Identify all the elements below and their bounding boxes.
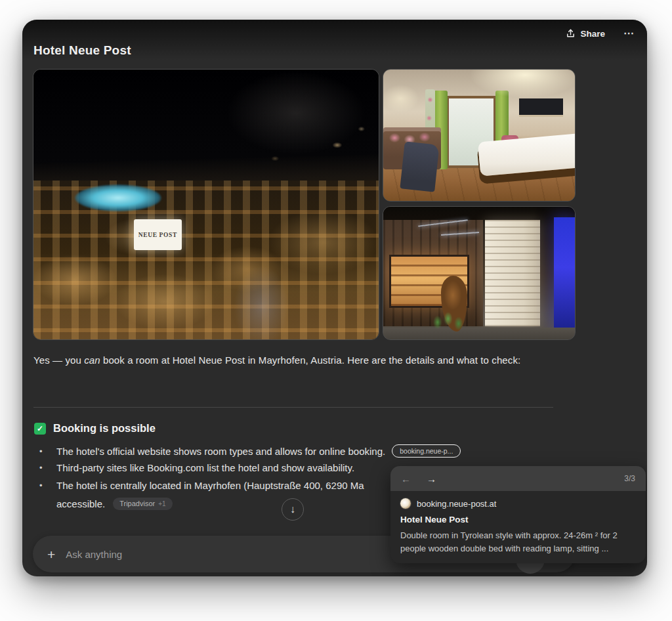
previous-source-icon[interactable]: ← (401, 474, 411, 484)
scroll-down-button[interactable]: ↓ (282, 498, 304, 521)
source-preview-popup: ← → 3/3 booking.neue-post.at Hotel Neue … (390, 466, 646, 563)
plus-icon[interactable]: + (47, 547, 55, 561)
intro-text: Yes — you (33, 354, 84, 366)
share-label: Share (580, 29, 605, 39)
popup-body: booking.neue-post.at Hotel Neue Post Dou… (390, 491, 646, 555)
chat-card: Share ⋯ Hotel Neue Post NEUE POST (22, 20, 647, 576)
booking-section-heading: ✓ Booking is possible (34, 422, 156, 435)
citation-badge-tripadvisor[interactable]: Tripadvisor+1 (113, 498, 172, 510)
hotel-spa-photo[interactable] (383, 206, 576, 340)
intro-emphasis: can (84, 354, 100, 366)
bullet-location-line2: accessible. Tripadvisor+1 (39, 498, 173, 510)
share-icon (566, 28, 576, 39)
source-description: Double room in Tyrolean style with appro… (400, 529, 631, 555)
bullet-dot: • (39, 446, 56, 456)
source-domain: booking.neue-post.at (417, 499, 496, 509)
intro-text: book a room at Hotel Neue Post in Mayrho… (100, 354, 521, 366)
hotel-room-photo[interactable] (383, 69, 576, 202)
plant-art (429, 310, 471, 334)
source-domain-row[interactable]: booking.neue-post.at (400, 498, 636, 509)
bullet-dot: • (39, 481, 56, 490)
arrow-down-icon: ↓ (290, 503, 295, 515)
bullet-text: The hotel is centrally located in Mayrho… (56, 480, 364, 491)
badge-label: Tripadvisor (119, 500, 155, 508)
source-counter: 3/3 (624, 474, 635, 483)
bullet-text: accessible. (56, 498, 105, 509)
bullet-location-line1: • The hotel is centrally located in Mayr… (39, 480, 407, 491)
page-background: Share ⋯ Hotel Neue Post NEUE POST (0, 0, 672, 621)
page-title: Hotel Neue Post (33, 43, 131, 58)
blue-light-wall-art (554, 217, 575, 329)
bullet-text: The hotel's official website shows room … (56, 446, 385, 457)
hotel-sign: NEUE POST (134, 219, 182, 250)
top-actions: Share ⋯ (566, 24, 637, 43)
ceiling-light-art (383, 70, 575, 201)
spa-floor-art (383, 328, 575, 339)
section-title: Booking is possible (53, 422, 156, 435)
bullet-official-website: • The hotel's official website shows roo… (39, 444, 461, 458)
bullet-third-party: • Third-party sites like Booking.com lis… (39, 462, 354, 473)
site-favicon (400, 498, 411, 509)
hotel-exterior-night-photo[interactable]: NEUE POST (33, 69, 379, 340)
share-button[interactable]: Share (566, 28, 605, 39)
citation-badge-booking-site[interactable]: booking.neue-p... (392, 444, 461, 458)
bullet-text: Third-party sites like Booking.com list … (56, 462, 354, 473)
badge-extra-count: +1 (158, 500, 165, 508)
next-source-icon[interactable]: → (427, 474, 436, 484)
source-title: Hotel Neue Post (400, 515, 636, 525)
answer-intro: Yes — you can book a room at Hotel Neue … (33, 351, 553, 370)
white-brick-pillar-art (485, 220, 541, 326)
section-divider (33, 407, 553, 408)
green-check-icon: ✓ (34, 423, 46, 435)
popup-header: ← → 3/3 (390, 466, 646, 491)
bullet-dot: • (39, 463, 56, 473)
more-options-icon[interactable]: ⋯ (622, 27, 637, 40)
warm-lights-art (33, 70, 379, 339)
image-gallery: NEUE POST (33, 69, 576, 340)
